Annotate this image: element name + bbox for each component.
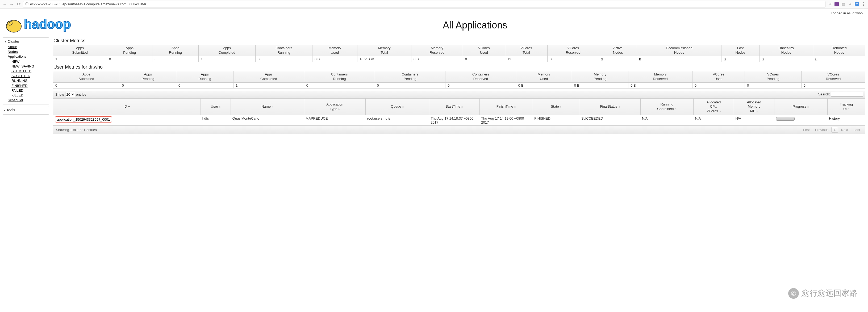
sidebar-cluster-header[interactable]: ▼ Cluster xyxy=(3,39,49,45)
page-prev[interactable]: Previous xyxy=(813,127,831,133)
search-input[interactable] xyxy=(831,92,863,97)
metric-cell: 0 B xyxy=(516,82,572,88)
metric-cell: 0 xyxy=(120,82,176,88)
site-info-icon: ⓘ xyxy=(25,2,28,6)
cell-queue: root.users.hdfs xyxy=(366,115,429,126)
sidebar-state-failed[interactable]: FAILED xyxy=(11,88,47,93)
cell-user: hdfs xyxy=(201,115,231,126)
column-header: MemoryReserved xyxy=(628,71,692,82)
column-header-sortable[interactable]: RunningContainers◇ xyxy=(640,98,693,115)
column-header: DecommissionedNodes xyxy=(637,45,721,56)
sidebar-state-accepted[interactable]: ACCEPTED xyxy=(11,74,47,78)
extension-icon[interactable]: ▦ xyxy=(841,2,846,7)
column-header-sortable[interactable]: FinalStatus◇ xyxy=(580,98,640,115)
metric-cell: 3 xyxy=(599,56,637,62)
page-length-select[interactable]: 20 xyxy=(65,92,75,97)
address-bar[interactable]: ⓘ ec2-52-221-205-203.ap-southeast-1.comp… xyxy=(23,1,826,7)
sidebar-state-finished[interactable]: FINISHED xyxy=(11,83,47,88)
column-header-sortable[interactable]: ID▼ xyxy=(53,98,201,115)
column-header-sortable[interactable]: Name◇ xyxy=(231,98,304,115)
sidebar-state-submitted[interactable]: SUBMITTED xyxy=(11,69,47,74)
column-header: LostNodes xyxy=(721,45,760,56)
page-first[interactable]: First xyxy=(801,127,812,133)
column-header-sortable[interactable]: Progress◇ xyxy=(774,98,828,115)
back-button[interactable]: ← xyxy=(2,2,7,7)
metric-cell: 0 xyxy=(463,56,505,62)
column-header: AppsSubmitted xyxy=(53,71,120,82)
extension-icon[interactable]: ● xyxy=(848,2,852,7)
show-label: Show xyxy=(55,93,64,97)
page-1[interactable]: 1 xyxy=(831,127,838,133)
sidebar-tools-label: Tools xyxy=(6,108,15,112)
metric-cell: 0 xyxy=(152,56,198,62)
page-next[interactable]: Next xyxy=(839,127,851,133)
sidebar-state-running[interactable]: RUNNING xyxy=(11,78,47,83)
sidebar-state-new_saving[interactable]: NEW_SAVING xyxy=(11,64,47,69)
metric-link[interactable]: 0 xyxy=(762,57,764,61)
sidebar-applications[interactable]: Applications xyxy=(8,54,47,59)
column-header: VCoresPending xyxy=(745,71,801,82)
metric-cell: 0 xyxy=(760,56,813,62)
metric-cell: 0 B xyxy=(572,82,628,88)
column-header: MemoryUsed xyxy=(516,71,572,82)
column-header-sortable[interactable]: TrackingUI◇ xyxy=(827,98,865,115)
applications-table: ID▼User◇Name◇ApplicationType◇Queue◇Start… xyxy=(53,98,865,126)
column-header-sortable[interactable]: Queue◇ xyxy=(366,98,429,115)
star-icon[interactable]: ☆ xyxy=(828,2,832,7)
column-header: AppsRunning xyxy=(176,71,234,82)
user-metrics-table: AppsSubmittedAppsPendingAppsRunningAppsC… xyxy=(53,71,865,89)
forward-button[interactable]: → xyxy=(9,2,14,7)
sidebar-scheduler[interactable]: Scheduler xyxy=(8,98,47,103)
column-header-sortable[interactable]: FinishTime◇ xyxy=(479,98,533,115)
column-header-sortable[interactable]: ApplicationType◇ xyxy=(304,98,365,115)
tracking-link[interactable]: History xyxy=(829,116,840,120)
column-header: AppsSubmitted xyxy=(53,45,107,56)
cell-type: MAPREDUCE xyxy=(304,115,365,126)
extension-icon[interactable] xyxy=(835,2,839,6)
metric-cell: 0 B xyxy=(411,56,463,62)
login-status: Logged in as: dr.who xyxy=(831,11,863,15)
search-label: Search: xyxy=(818,92,830,96)
triangle-down-icon: ▼ xyxy=(4,40,7,43)
column-header-sortable[interactable]: AllocatedCPUVCores◇ xyxy=(693,98,734,115)
datatable-footer: Showing 1 to 1 of 1 entries First Previo… xyxy=(53,126,865,134)
page-title: All Applications xyxy=(85,20,865,31)
metric-link[interactable]: 0 xyxy=(639,57,641,61)
sidebar-about[interactable]: About xyxy=(8,45,47,49)
metric-link[interactable]: 0 xyxy=(723,57,725,61)
hadoop-logo[interactable]: hadoop xyxy=(3,10,85,35)
column-header: AppsRunning xyxy=(152,45,198,56)
column-header-sortable[interactable]: User◇ xyxy=(201,98,231,115)
menu-icon[interactable]: ⋮ xyxy=(861,2,866,7)
metric-cell: 0 xyxy=(255,56,312,62)
column-header-sortable[interactable]: AllocatedMemoryMB◇ xyxy=(734,98,774,115)
metric-cell: 0 xyxy=(801,82,865,88)
column-header: AppsPending xyxy=(120,71,176,82)
sidebar-tools-header[interactable]: ▸ Tools xyxy=(3,107,49,113)
entries-label: entries xyxy=(76,93,86,97)
metric-cell: 0 xyxy=(813,56,865,62)
url-host: ec2-52-221-205-203.ap-southeast-1.comput… xyxy=(30,2,127,6)
sidebar-nodes[interactable]: Nodes xyxy=(8,49,47,54)
column-header-sortable[interactable]: StartTime◇ xyxy=(429,98,479,115)
cell-state: FINISHED xyxy=(533,115,580,126)
column-header: MemoryTotal xyxy=(358,45,411,56)
sidebar-state-new[interactable]: NEW xyxy=(11,59,47,64)
column-header-sortable[interactable]: State◇ xyxy=(533,98,580,115)
column-header: VCoresTotal xyxy=(505,45,547,56)
metric-cell: 0 xyxy=(637,56,721,62)
translate-icon[interactable]: 文 xyxy=(855,2,859,6)
sidebar-tools-box: ▸ Tools xyxy=(3,106,49,114)
metric-link[interactable]: 0 xyxy=(815,57,817,61)
column-header: MemoryReserved xyxy=(411,45,463,56)
cluster-metrics-title: Cluster Metrics xyxy=(54,38,865,43)
highlight-annotation: application_1502943323597_0001 xyxy=(55,116,112,123)
metric-cell: 0 xyxy=(106,56,152,62)
metric-cell: 0 B xyxy=(312,56,357,62)
sidebar-state-killed[interactable]: KILLED xyxy=(11,93,47,98)
reload-button[interactable]: ⟳ xyxy=(16,2,21,7)
metric-link[interactable]: 3 xyxy=(601,57,603,61)
page-last[interactable]: Last xyxy=(851,127,862,133)
application-id-link[interactable]: application_1502943323597_0001 xyxy=(57,117,110,122)
column-header: VCoresReserved xyxy=(547,45,599,56)
